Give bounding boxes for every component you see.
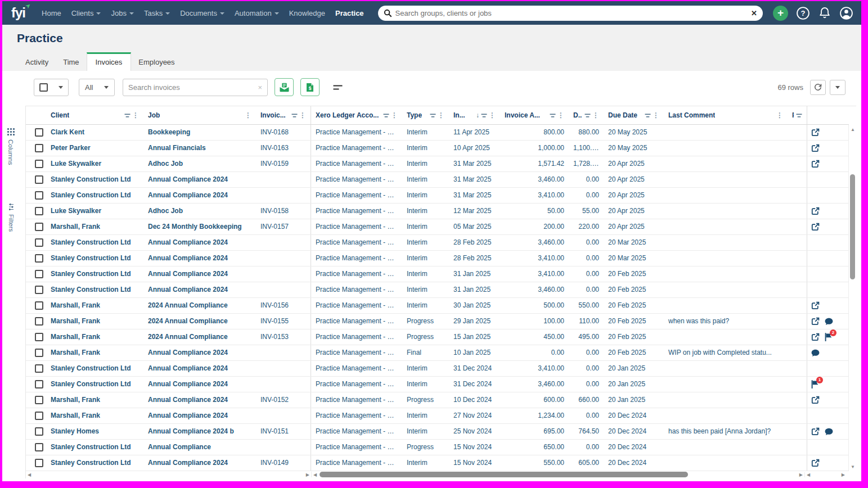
scroll-up-icon[interactable]: ▲ bbox=[849, 127, 857, 132]
filter-icon[interactable] bbox=[291, 113, 298, 118]
scroll-right-icon[interactable]: ▶ bbox=[842, 472, 845, 477]
nav-item-clients[interactable]: Clients bbox=[66, 6, 106, 21]
column-header-due_amount[interactable]: D..⋮ bbox=[569, 106, 604, 124]
scroll-right-icon[interactable]: ▶ bbox=[799, 472, 803, 477]
row-checkbox[interactable] bbox=[35, 459, 43, 467]
column-header-type[interactable]: Type⋮ bbox=[402, 106, 449, 124]
column-menu-icon[interactable]: ⋮ bbox=[299, 111, 306, 119]
columns-panel-toggle[interactable]: Columns bbox=[7, 128, 15, 165]
invoice-search[interactable]: × bbox=[123, 79, 268, 96]
open-invoice-icon[interactable] bbox=[811, 223, 820, 231]
column-header-ledger[interactable]: Xero Ledger Acco...⋮ bbox=[311, 106, 402, 124]
horizontal-scrollbar-thumb[interactable] bbox=[320, 472, 688, 477]
row-checkbox[interactable] bbox=[35, 223, 43, 231]
select-all-dropdown[interactable] bbox=[34, 79, 69, 96]
tab-employees[interactable]: Employees bbox=[131, 53, 182, 71]
column-menu-icon[interactable]: ⋮ bbox=[776, 111, 783, 119]
table-row[interactable]: Marshall, FrankAnnual Compliance 2024Pra… bbox=[26, 408, 849, 424]
horizontal-scrollbar-track[interactable] bbox=[318, 472, 798, 477]
table-row[interactable]: Stanley Construction LtdAnnual Complianc… bbox=[26, 251, 849, 266]
table-row[interactable]: Stanley Construction LtdAnnual Complianc… bbox=[26, 377, 849, 392]
invoice-search-input[interactable] bbox=[128, 83, 258, 92]
invoice-search-clear-icon[interactable]: × bbox=[258, 83, 262, 92]
scroll-left-icon[interactable]: ◀ bbox=[807, 472, 810, 477]
table-row[interactable]: Marshall, FrankDec 24 Monthly Bookkeepin… bbox=[26, 219, 849, 235]
row-checkbox[interactable] bbox=[35, 443, 43, 451]
help-icon[interactable]: ? bbox=[796, 6, 810, 20]
open-invoice-icon[interactable] bbox=[811, 301, 820, 310]
refresh-options-dropdown[interactable] bbox=[830, 80, 845, 95]
filter-icon[interactable] bbox=[430, 113, 436, 118]
refresh-button[interactable] bbox=[810, 80, 826, 95]
row-checkbox[interactable] bbox=[35, 207, 43, 215]
column-header-invoice_date[interactable]: In...↓⋮ bbox=[449, 106, 500, 124]
profile-icon[interactable] bbox=[839, 6, 853, 20]
sort-desc-icon[interactable]: ↓ bbox=[476, 111, 479, 119]
column-menu-icon[interactable]: ⋮ bbox=[653, 111, 659, 119]
row-checkbox[interactable] bbox=[35, 270, 43, 278]
open-invoice-icon[interactable] bbox=[811, 160, 820, 168]
table-row[interactable]: Luke SkywalkerAdhoc JobINV-0159Practice … bbox=[26, 156, 849, 172]
global-search-input[interactable] bbox=[395, 9, 752, 17]
nav-item-tasks[interactable]: Tasks bbox=[139, 6, 175, 21]
column-menu-icon[interactable]: ⋮ bbox=[438, 111, 444, 119]
horizontal-scrollbar[interactable]: ◀ ▶ ◀ ▶ ◀ ▶ bbox=[26, 471, 849, 478]
pinned-right-scroll[interactable]: ◀ ▶ bbox=[804, 472, 847, 477]
row-checkbox[interactable] bbox=[35, 238, 43, 247]
row-checkbox[interactable] bbox=[35, 364, 43, 373]
tab-invoices[interactable]: Invoices bbox=[87, 52, 132, 71]
table-row[interactable]: Marshall, Frank2024 Annual ComplianceINV… bbox=[26, 314, 849, 329]
open-invoice-icon[interactable] bbox=[811, 128, 820, 137]
filter-icon[interactable] bbox=[124, 113, 131, 118]
scroll-down-icon[interactable]: ▼ bbox=[849, 464, 857, 469]
column-header-amount[interactable]: Invoice A...⋮ bbox=[500, 106, 569, 124]
email-invoices-button[interactable] bbox=[275, 78, 294, 96]
filters-panel-toggle[interactable]: Filters bbox=[8, 204, 15, 232]
row-checkbox[interactable] bbox=[35, 286, 43, 294]
row-checkbox[interactable] bbox=[35, 427, 43, 436]
column-menu-icon[interactable]: ⋮ bbox=[592, 111, 599, 119]
column-menu-icon[interactable]: ⋮ bbox=[391, 111, 398, 119]
comment-icon[interactable] bbox=[811, 349, 820, 357]
column-header-job[interactable]: Job⋮ bbox=[143, 106, 256, 124]
global-search[interactable]: ✕ bbox=[378, 6, 763, 21]
row-checkbox[interactable] bbox=[35, 412, 43, 420]
row-checkbox[interactable] bbox=[35, 254, 43, 263]
open-invoice-icon[interactable] bbox=[811, 144, 820, 152]
table-row[interactable]: Stanley HomesAnnual Compliance 2024 bINV… bbox=[26, 424, 849, 440]
pinned-left-scroll[interactable]: ◀ ▶ bbox=[26, 472, 311, 477]
column-header-last_comment[interactable]: Last Comment⋮ bbox=[664, 106, 788, 124]
column-header-paid[interactable]: P... bbox=[788, 106, 807, 124]
column-menu-icon[interactable]: ⋮ bbox=[245, 111, 251, 119]
global-search-clear-icon[interactable]: ✕ bbox=[751, 9, 757, 17]
table-row[interactable]: Marshall, Frank2024 Annual ComplianceINV… bbox=[26, 329, 849, 345]
table-row[interactable]: Marshall, Frank2024 Annual ComplianceINV… bbox=[26, 298, 849, 314]
nav-item-jobs[interactable]: Jobs bbox=[106, 6, 138, 21]
scroll-right-icon[interactable]: ▶ bbox=[306, 472, 309, 477]
comment-icon[interactable] bbox=[825, 318, 833, 326]
filter-icon[interactable] bbox=[584, 113, 591, 118]
table-row[interactable]: Stanley Construction LtdAnnual Complianc… bbox=[26, 455, 849, 471]
row-checkbox[interactable] bbox=[35, 128, 43, 137]
row-checkbox[interactable] bbox=[35, 349, 43, 357]
scroll-left-icon[interactable]: ◀ bbox=[313, 472, 317, 477]
tab-activity[interactable]: Activity bbox=[18, 53, 56, 71]
open-invoice-icon[interactable] bbox=[811, 207, 820, 215]
table-row[interactable]: Marshall, FrankAnnual Compliance 2024INV… bbox=[26, 392, 849, 408]
filter-icon[interactable] bbox=[481, 113, 487, 118]
nav-item-documents[interactable]: Documents bbox=[175, 6, 230, 21]
vertical-scrollbar-thumb[interactable] bbox=[850, 174, 855, 279]
nav-item-automation[interactable]: Automation bbox=[230, 6, 284, 21]
vertical-scrollbar[interactable]: ▲ ▼ bbox=[848, 125, 856, 471]
column-header-due_date[interactable]: Due Date⋮ bbox=[604, 106, 664, 124]
column-menu-icon[interactable]: ⋮ bbox=[132, 111, 139, 119]
filter-icon[interactable] bbox=[550, 113, 556, 118]
filter-icon[interactable] bbox=[383, 113, 389, 118]
nav-item-home[interactable]: Home bbox=[37, 6, 66, 21]
filter-all-dropdown[interactable]: All bbox=[79, 79, 115, 96]
nav-item-practice[interactable]: Practice bbox=[330, 6, 369, 21]
table-row[interactable]: Clark KentBookkeepingINV-0168Practice Ma… bbox=[26, 125, 849, 141]
nav-item-knowledge[interactable]: Knowledge bbox=[284, 6, 330, 21]
flag-icon[interactable]: 1 bbox=[811, 380, 819, 388]
open-invoice-icon[interactable] bbox=[811, 396, 820, 404]
